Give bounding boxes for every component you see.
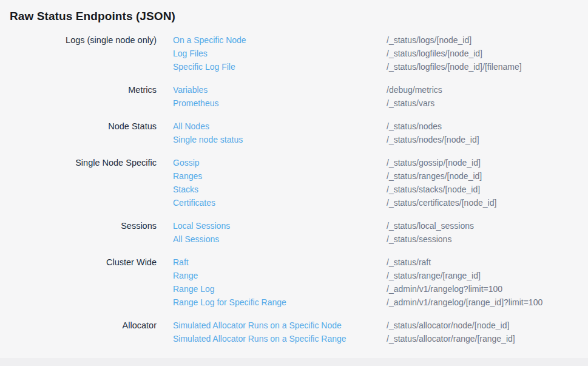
section-links-column: GossipRangesStacksCertificates <box>173 156 387 209</box>
endpoint-section: Sessions Local SessionsAll Sessions /_st… <box>10 219 578 246</box>
endpoint-path: /_admin/v1/rangelog/[range_id]?limit=100 <box>387 296 542 309</box>
section-category-label: Cluster Wide <box>10 256 157 269</box>
endpoint-link[interactable]: Prometheus <box>173 97 218 110</box>
endpoint-section: Metrics VariablesPrometheus /debug/metri… <box>10 83 578 110</box>
endpoint-path: /debug/metrics <box>387 83 442 97</box>
endpoint-link[interactable]: Simulated Allocator Runs on a Specific N… <box>173 319 342 332</box>
endpoint-path: /_status/nodes/[node_id] <box>387 133 479 146</box>
endpoint-link[interactable]: Ranges <box>173 169 202 183</box>
page-title: Raw Status Endpoints (JSON) <box>10 8 578 24</box>
endpoint-link[interactable]: Log Files <box>173 47 208 60</box>
endpoint-path: /_admin/v1/rangelog?limit=100 <box>387 282 542 296</box>
section-category-label: Single Node Specific <box>10 156 157 169</box>
endpoint-section: Logs (single node only) On a Specific No… <box>10 33 578 73</box>
endpoint-link[interactable]: Raft <box>173 256 189 269</box>
endpoint-section: Allocator Simulated Allocator Runs on a … <box>10 319 578 345</box>
endpoint-path: /_status/certificates/[node_id] <box>387 196 496 209</box>
section-links-column: RaftRangeRange LogRange Log for Specific… <box>173 256 387 309</box>
endpoint-path: /_status/nodes <box>387 120 479 133</box>
endpoint-link[interactable]: Simulated Allocator Runs on a Specific R… <box>173 332 346 345</box>
endpoint-path: /_status/logfiles/[node_id]/[filename] <box>387 60 522 73</box>
endpoint-path: /_status/allocator/range/[range_id] <box>387 332 515 345</box>
endpoints-table: Logs (single node only) On a Specific No… <box>10 33 578 345</box>
section-paths-column: /debug/metrics/_status/vars <box>387 83 442 110</box>
section-category-label: Metrics <box>10 83 157 97</box>
endpoint-link[interactable]: Local Sessions <box>173 219 230 232</box>
section-category-label: Node Status <box>10 120 157 133</box>
endpoint-link[interactable]: Stacks <box>173 183 198 196</box>
section-links-column: On a Specific NodeLog FilesSpecific Log … <box>173 33 387 73</box>
section-links-column: All NodesSingle node status <box>173 120 387 146</box>
bottom-strip <box>0 358 588 366</box>
section-links-column: Local SessionsAll Sessions <box>173 219 387 246</box>
endpoint-section: Node Status All NodesSingle node status … <box>10 120 578 146</box>
section-paths-column: /_status/local_sessions/_status/sessions <box>387 219 474 246</box>
endpoint-link[interactable]: Certificates <box>173 196 215 209</box>
endpoint-path: /_status/gossip/[node_id] <box>387 156 496 169</box>
endpoint-path: /_status/raft <box>387 256 542 269</box>
endpoint-path: /_status/vars <box>387 97 442 110</box>
endpoint-link[interactable]: Specific Log File <box>173 60 235 73</box>
section-category-label: Sessions <box>10 219 157 232</box>
endpoint-link[interactable]: Range <box>173 269 198 282</box>
endpoint-path: /_status/logs/[node_id] <box>387 33 522 47</box>
endpoint-link[interactable]: Gossip <box>173 156 200 169</box>
endpoint-link[interactable]: Single node status <box>173 133 243 146</box>
endpoint-path: /_status/stacks/[node_id] <box>387 183 496 196</box>
section-category-label: Allocator <box>10 319 157 332</box>
section-paths-column: /_status/nodes/_status/nodes/[node_id] <box>387 120 479 146</box>
raw-status-endpoints-page: Raw Status Endpoints (JSON) Logs (single… <box>0 0 588 345</box>
endpoint-link[interactable]: Range Log for Specific Range <box>173 296 286 309</box>
endpoint-section: Cluster Wide RaftRangeRange LogRange Log… <box>10 256 578 309</box>
endpoint-section: Single Node Specific GossipRangesStacksC… <box>10 156 578 209</box>
section-paths-column: /_status/raft/_status/range/[range_id]/_… <box>387 256 542 309</box>
endpoint-link[interactable]: All Sessions <box>173 232 219 246</box>
endpoint-path: /_status/allocator/node/[node_id] <box>387 319 515 332</box>
section-links-column: VariablesPrometheus <box>173 83 387 110</box>
endpoint-path: /_status/range/[range_id] <box>387 269 542 282</box>
section-paths-column: /_status/allocator/node/[node_id]/_statu… <box>387 319 515 345</box>
endpoint-path: /_status/logfiles/[node_id] <box>387 47 522 60</box>
section-links-column: Simulated Allocator Runs on a Specific N… <box>173 319 387 345</box>
section-paths-column: /_status/logs/[node_id]/_status/logfiles… <box>387 33 522 73</box>
endpoint-link[interactable]: Range Log <box>173 282 215 296</box>
section-category-label: Logs (single node only) <box>10 33 157 47</box>
endpoint-link[interactable]: Variables <box>173 83 208 97</box>
endpoint-link[interactable]: All Nodes <box>173 120 209 133</box>
endpoint-link[interactable]: On a Specific Node <box>173 33 246 47</box>
endpoint-path: /_status/ranges/[node_id] <box>387 169 496 183</box>
section-paths-column: /_status/gossip/[node_id]/_status/ranges… <box>387 156 496 209</box>
endpoint-path: /_status/local_sessions <box>387 219 474 232</box>
endpoint-path: /_status/sessions <box>387 232 474 246</box>
